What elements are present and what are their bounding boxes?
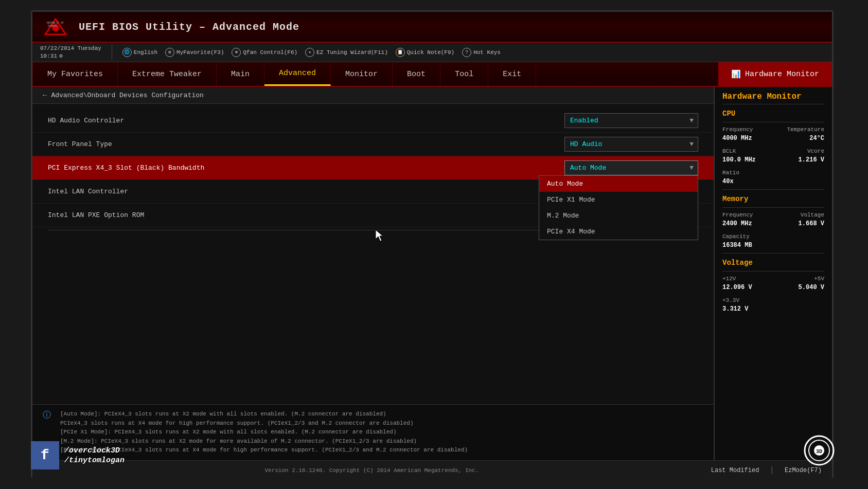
bclk-label: BCLK <box>722 148 736 154</box>
hd-audio-dropdown[interactable]: Enabled ▼ <box>564 113 698 128</box>
hd-audio-label: HD Audio Controller <box>48 117 564 124</box>
tab-extreme-tweaker[interactable]: Extreme Tweaker <box>118 62 217 86</box>
hw-row: Frequency Temperature <box>722 126 824 133</box>
datetime-display: 07/22/2014 Tuesday 10:31 ⚙ <box>40 45 101 60</box>
breadcrumb: ← Advanced\Onboard Devices Configuration <box>32 87 714 104</box>
ez-mode-btn[interactable]: EzMode(F7) <box>785 467 822 474</box>
myfavorite-btn[interactable]: ⊞ MyFavorite(F3) <box>165 48 224 57</box>
main-content: ← Advanced\Onboard Devices Configuration… <box>32 87 832 460</box>
front-panel-dropdown[interactable]: HD Audio ▼ <box>564 137 698 152</box>
tab-my-favorites[interactable]: My Favorites <box>32 62 118 86</box>
v12-value: 12.096 V <box>722 284 752 291</box>
globe-icon: 🌐 <box>122 48 132 57</box>
hw-row: 40x <box>722 178 824 185</box>
divider <box>722 122 824 122</box>
footer-bar: Version 2.16.1240. Copyright (C) 2014 Am… <box>32 460 832 480</box>
svg-text:GAMERS: GAMERS <box>48 25 57 28</box>
version-text: Version 2.16.1240. Copyright (C) 2014 Am… <box>43 467 701 474</box>
divider <box>722 253 824 253</box>
v5-value: 5.040 V <box>799 284 824 291</box>
cpu-temp-value: 24°C <box>809 135 824 142</box>
dropdown-arrow-icon: ▼ <box>689 140 694 148</box>
logo-area: REPUBLIC OF GAMERS <box>43 16 68 37</box>
settings-list: HD Audio Controller Enabled ▼ Front Pane… <box>32 104 714 404</box>
tab-boot[interactable]: Boot <box>393 62 440 86</box>
social-handle-2: /tinytomlogan <box>64 456 125 465</box>
eztuning-btn[interactable]: ✦ EZ Tuning Wizard(F11) <box>305 48 388 57</box>
hw-monitor-title: Hardware Monitor <box>722 92 824 104</box>
cpu-temp-label: Temperature <box>787 126 824 133</box>
toolbar: 07/22/2014 Tuesday 10:31 ⚙ 🌐 English ⊞ M… <box>32 43 832 62</box>
day-label: Tuesday <box>78 45 101 51</box>
front-panel-control[interactable]: HD Audio ▼ <box>564 137 698 152</box>
time-display: 10:31 <box>40 52 57 60</box>
brand-logo-icon: 3D <box>804 435 835 466</box>
table-row: HD Audio Controller Enabled ▼ <box>32 109 714 133</box>
bios-window: REPUBLIC OF GAMERS UEFI BIOS Utility – A… <box>31 10 834 478</box>
date-label: 07/22/2014 <box>40 45 74 51</box>
table-row: PCI Express X4_3 Slot (Black) Bandwidth … <box>32 156 714 180</box>
mem-freq-value: 2400 MHz <box>722 220 752 227</box>
fan-icon: ⊛ <box>232 48 241 57</box>
tab-main[interactable]: Main <box>217 62 264 86</box>
hw-memory-section: Memory <box>722 195 824 203</box>
breadcrumb-path: Advanced\Onboard Devices Configuration <box>51 92 203 99</box>
hw-row: Frequency Voltage <box>722 212 824 218</box>
social-handle-1: /overclock3D <box>64 446 125 455</box>
divider <box>722 189 824 190</box>
dropdown-arrow-icon: ▼ <box>689 117 694 124</box>
tab-tool[interactable]: Tool <box>440 62 488 86</box>
list-item[interactable]: PCIe X4 Mode <box>539 224 698 240</box>
back-arrow-icon[interactable]: ← <box>43 91 47 99</box>
pcie-dropdown[interactable]: Auto Mode ▼ <box>564 160 698 175</box>
hw-row: 16384 MB <box>722 242 824 249</box>
wand-icon: ✦ <box>305 48 314 57</box>
v33-value: 3.312 V <box>722 305 748 313</box>
mem-capacity-value: 16384 MB <box>722 242 752 249</box>
nav-tabs: My Favorites Extreme Tweaker Main Advanc… <box>32 62 832 87</box>
settings-icon[interactable]: ⚙ <box>59 52 63 60</box>
front-panel-label: Front Panel Type <box>48 140 564 148</box>
v33-label: +3.3V <box>722 297 739 303</box>
hw-monitor-tab[interactable]: 📊 Hardware Monitor <box>718 62 832 86</box>
pcie-control[interactable]: Auto Mode ▼ Auto Mode PCIe X1 Mode M.2 M… <box>564 160 698 175</box>
info-section: ⓘ [Auto Mode]: PCIeX4_3 slots runs at X2… <box>32 404 714 460</box>
footer-divider: | <box>769 466 774 475</box>
note-icon: 📋 <box>396 48 405 57</box>
list-item[interactable]: M.2 Mode <box>539 208 698 224</box>
ratio-value: 40x <box>722 178 734 185</box>
vcore-label: Vcore <box>807 148 824 154</box>
social-bar: f /overclock3D /tinytomlogan <box>31 441 125 469</box>
hw-monitor-icon: 📊 <box>731 69 741 79</box>
quicknote-btn[interactable]: 📋 Quick Note(F9) <box>396 48 454 57</box>
v12-label: +12V <box>722 276 736 282</box>
cpu-freq-value: 4000 MHz <box>722 135 752 142</box>
hw-row: Capacity <box>722 233 824 240</box>
mem-capacity-label: Capacity <box>722 233 750 240</box>
hd-audio-control[interactable]: Enabled ▼ <box>564 113 698 128</box>
key-icon: ? <box>462 48 471 57</box>
info-icon: ⓘ <box>43 410 51 421</box>
hw-row: 2400 MHz 1.668 V <box>722 220 824 227</box>
ratio-label: Ratio <box>722 170 739 176</box>
header-bar: REPUBLIC OF GAMERS UEFI BIOS Utility – A… <box>32 12 832 43</box>
list-item[interactable]: Auto Mode <box>539 176 698 192</box>
tab-monitor[interactable]: Monitor <box>331 62 393 86</box>
table-row: Front Panel Type HD Audio ▼ <box>32 133 714 156</box>
language-btn[interactable]: 🌐 English <box>122 48 157 57</box>
divider <box>722 271 824 271</box>
mem-freq-label: Frequency <box>722 212 753 218</box>
last-modified-btn[interactable]: Last Modified <box>711 467 759 474</box>
qfan-btn[interactable]: ⊛ Qfan Control(F6) <box>232 48 297 57</box>
hw-row: 4000 MHz 24°C <box>722 135 824 142</box>
hw-row: 12.096 V 5.040 V <box>722 284 824 291</box>
list-item[interactable]: PCIe X1 Mode <box>539 192 698 208</box>
hw-cpu-section: CPU <box>722 110 824 118</box>
tab-exit[interactable]: Exit <box>488 62 536 86</box>
rog-logo-icon: REPUBLIC OF GAMERS <box>43 16 68 37</box>
facebook-icon[interactable]: f <box>31 441 59 469</box>
hw-monitor-panel: Hardware Monitor CPU Frequency Temperatu… <box>714 87 832 460</box>
tab-advanced[interactable]: Advanced <box>264 62 331 86</box>
pcie-dropdown-menu: Auto Mode PCIe X1 Mode M.2 Mode PCIe X4 … <box>539 175 698 240</box>
hotkeys-btn[interactable]: ? Hot Keys <box>462 48 501 57</box>
